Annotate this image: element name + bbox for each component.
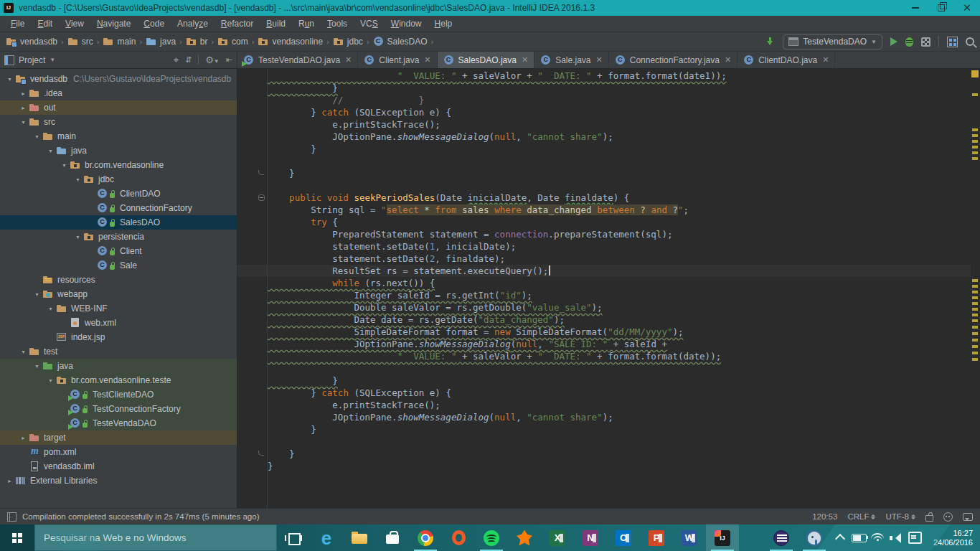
tree-item-target[interactable]: ►target (0, 430, 237, 445)
tree-item-out[interactable]: ►out (0, 100, 237, 115)
error-stripe-mark[interactable] (972, 319, 978, 322)
code-line[interactable]: } (268, 82, 971, 94)
error-stripe-mark[interactable] (972, 151, 978, 154)
code-line[interactable]: SimpleDateFormat format = new SimpleDate… (268, 326, 971, 338)
vcs-update-icon[interactable] (766, 37, 775, 47)
taskbar-clock[interactable]: 16:27 24/06/2016 (924, 524, 980, 551)
breadcrumb-item-vendasdb[interactable]: vendasdb (6, 36, 57, 47)
tree-item-src[interactable]: ▼src (0, 115, 237, 129)
lock-icon[interactable] (925, 515, 933, 522)
error-stripe-mark[interactable] (972, 296, 978, 299)
breadcrumb-item-main[interactable]: main (103, 36, 136, 47)
tree-item-jdbc[interactable]: ▼jdbc (0, 172, 237, 187)
chevron-collapsed-icon[interactable]: ► (4, 479, 15, 484)
tree-item-java[interactable]: ▼java (0, 359, 237, 373)
taskbar-powerpoint[interactable] (640, 524, 673, 551)
tree-item-br.com.vendasonline.teste[interactable]: ▼br.com.vendasonline.teste (0, 373, 237, 387)
tray-postgresql[interactable] (798, 524, 831, 551)
encoding-select[interactable]: UTF-8 (885, 512, 915, 521)
breadcrumb-item-SalesDAO[interactable]: SalesDAO (373, 36, 428, 47)
error-stripe-mark[interactable] (972, 134, 978, 137)
chevron-collapsed-icon[interactable]: ► (18, 105, 29, 110)
chevron-expanded-icon[interactable]: ▼ (18, 349, 29, 354)
tab-Client.java[interactable]: Client.java✕ (358, 52, 437, 68)
close-tab-icon[interactable]: ✕ (522, 55, 528, 65)
code-line[interactable]: } catch (SQLException e) { (268, 106, 971, 118)
chevron-expanded-icon[interactable]: ▼ (32, 364, 42, 369)
chevron-expanded-icon[interactable]: ▼ (18, 120, 29, 125)
menu-file[interactable]: File (4, 16, 31, 32)
tray-eclipse[interactable] (765, 524, 798, 551)
taskbar-onenote[interactable] (574, 524, 607, 551)
menu-tools[interactable]: Tools (321, 16, 354, 32)
tree-item-WEB-INF[interactable]: ▼WEB-INF (0, 301, 237, 316)
breadcrumb-item-com[interactable]: com (217, 36, 248, 47)
error-stripe-mark[interactable] (972, 146, 978, 149)
close-button[interactable]: ✕ (954, 0, 980, 16)
code-line[interactable]: } (268, 143, 971, 155)
breadcrumb-item-jdbc[interactable]: jdbc (333, 36, 363, 47)
tray-battery[interactable] (849, 524, 868, 551)
menu-navigate[interactable]: Navigate (90, 16, 137, 32)
event-log-icon[interactable] (963, 513, 973, 521)
editor[interactable]: " VALUE: " + saleValor + " DATE: " + for… (237, 69, 980, 508)
code-line[interactable]: while (rs.next()) { (268, 277, 971, 289)
code-line[interactable]: public void seekPeriodSales(Date inicial… (268, 192, 971, 204)
menu-analyze[interactable]: Analyze (171, 16, 215, 32)
code-line[interactable]: } (268, 375, 971, 387)
error-stripe-mark[interactable] (972, 345, 978, 348)
coverage-button[interactable] (921, 37, 930, 47)
code-line[interactable]: PreparedStatement statement = connection… (268, 228, 971, 240)
menu-edit[interactable]: Edit (31, 16, 59, 32)
code-line[interactable]: } catch (SQLException e) { (268, 387, 971, 399)
fold-marker-icon[interactable] (258, 451, 264, 456)
code-line[interactable]: } (268, 460, 971, 472)
restore-button[interactable] (928, 0, 954, 16)
chevron-expanded-icon[interactable]: ▼ (45, 149, 56, 154)
taskbar-chrome[interactable] (409, 524, 442, 551)
error-stripe-mark[interactable] (972, 285, 978, 288)
taskbar-excel[interactable] (541, 524, 574, 551)
hide-panel-icon[interactable]: ⇤ (226, 55, 232, 65)
code-line[interactable] (268, 362, 971, 375)
taskbar-word[interactable] (673, 524, 706, 551)
error-stripe-mark[interactable] (972, 332, 978, 335)
tree-item-pom.xml[interactable]: pom.xml (0, 445, 237, 459)
code-area[interactable]: " VALUE: " + saleValor + " DATE: " + for… (268, 69, 971, 508)
code-line[interactable]: e.printStackTrace(); (268, 118, 971, 131)
code-line[interactable]: JOptionPane.showMessageDialog(null, "can… (268, 411, 971, 423)
tree-item-.idea[interactable]: ►.idea (0, 86, 237, 100)
tree-item-ConnectionFactory[interactable]: ConnectionFactory (0, 201, 237, 215)
code-line[interactable]: } (268, 423, 971, 435)
error-stripe-mark[interactable] (972, 140, 978, 143)
tree-item-SalesDAO[interactable]: SalesDAO (0, 215, 237, 230)
breadcrumb-item-src[interactable]: src (67, 36, 93, 47)
tree-item-test[interactable]: ▼test (0, 344, 237, 359)
tree-item-index.jsp[interactable]: index.jsp (0, 330, 237, 344)
close-tab-icon[interactable]: ✕ (725, 55, 731, 65)
taskbar-windows-store[interactable] (376, 524, 409, 551)
error-stripe-mark[interactable] (972, 128, 978, 131)
code-line[interactable] (268, 435, 971, 448)
code-line[interactable]: statement.setDate(1, inicialDate); (268, 240, 971, 253)
locate-icon[interactable]: ⌖ (174, 55, 179, 66)
tab-Sale.java[interactable]: Sale.java✕ (534, 52, 609, 68)
tree-item-TestClienteDAO[interactable]: TestClienteDAO (0, 387, 237, 402)
tab-TesteVendaDAO.java[interactable]: TesteVendaDAO.java✕ (237, 52, 358, 68)
error-stripe-mark[interactable] (972, 302, 978, 305)
taskbar-outlook[interactable] (607, 524, 640, 551)
code-line[interactable]: Integer saleId = rs.getInt("id"); (268, 289, 971, 301)
close-tab-icon[interactable]: ✕ (345, 55, 352, 65)
breadcrumb-item-br[interactable]: br (186, 36, 208, 47)
fold-marker-icon[interactable] (258, 194, 265, 201)
taskbar-intellij-idea[interactable] (706, 524, 739, 551)
error-stripe-mark[interactable] (972, 308, 978, 311)
taskbar-spotify[interactable] (475, 524, 508, 551)
code-line[interactable]: statement.setDate(2, finaldate); (268, 253, 971, 265)
taskbar-search[interactable] (34, 524, 277, 551)
code-line[interactable]: Double saleValor = rs.getDouble("value_s… (268, 301, 971, 314)
breadcrumb-item-vendasonline[interactable]: vendasonline (258, 36, 323, 47)
code-line[interactable] (268, 179, 971, 192)
tree-item-TesteVendaDAO[interactable]: TesteVendaDAO (0, 416, 237, 430)
close-tab-icon[interactable]: ✕ (822, 55, 829, 65)
